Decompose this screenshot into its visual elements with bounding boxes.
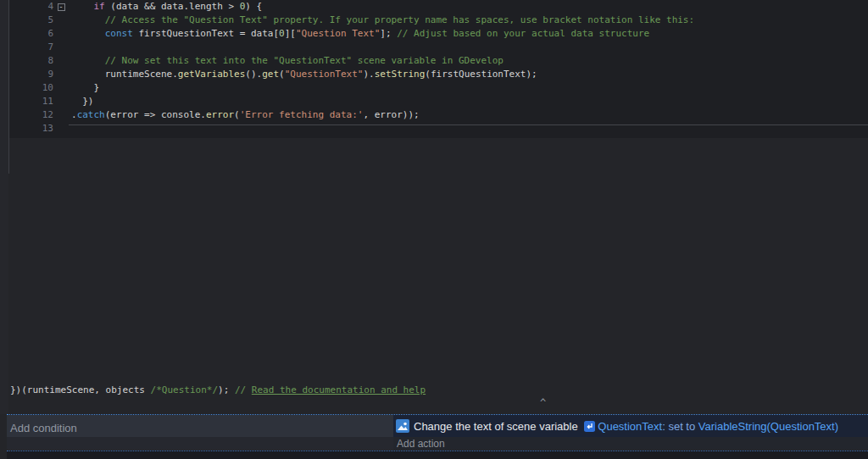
line-number: 8 [9, 54, 53, 68]
code-line-text: }) [69, 95, 94, 108]
code-line[interactable]: 11 }) [9, 95, 868, 108]
event-row: Add condition Change the text of scene v… [7, 414, 868, 459]
code-line[interactable]: 7 [9, 41, 868, 54]
collapse-caret-icon[interactable]: ^ [540, 397, 546, 409]
event-panel-bottom-border [7, 451, 868, 459]
gdevelop-event-sheet: 4- if (data && data.length > 0) {5 // Ac… [0, 0, 868, 459]
action-sentence: Change the text of scene variable [414, 420, 581, 433]
footer-code-end: ); [218, 384, 235, 395]
code-line[interactable]: 10 } [9, 81, 868, 95]
line-number: 7 [9, 41, 53, 54]
code-line[interactable]: 4- if (data && data.length > 0) { [9, 0, 868, 14]
fold-gutter: - [53, 0, 69, 14]
scene-variable-icon [584, 421, 595, 432]
action-value-expression: VariableString(QuestionText) [698, 420, 838, 433]
line-number: 12 [9, 108, 53, 122]
footer-link-prefix: // [235, 384, 252, 395]
footer-code: })(runtimeScene, objects [10, 384, 151, 395]
line-number: 11 [9, 95, 53, 108]
code-line-text: // Now set this text into the "QuestionT… [69, 54, 504, 68]
code-line[interactable]: 8 // Now set this text into the "Questio… [9, 54, 868, 68]
documentation-link[interactable]: Read the documentation and help [252, 384, 426, 395]
code-line[interactable]: 9 runtimeScene.getVariables().get("Quest… [9, 68, 868, 81]
fold-gutter [53, 41, 69, 54]
fold-gutter [53, 27, 69, 41]
fold-gutter [53, 95, 69, 108]
code-line-text: const firstQuestionText = data[0]["Quest… [69, 27, 649, 41]
code-line[interactable]: 6 const firstQuestionText = data[0]["Que… [9, 27, 868, 41]
code-line-text [69, 41, 71, 54]
code-line-text: // Access the "Question Text" property. … [69, 14, 694, 27]
code-line[interactable]: 5 // Access the "Question Text" property… [9, 14, 868, 27]
line-number: 10 [9, 81, 53, 95]
add-condition-label: Add condition [10, 422, 77, 434]
code-line-text: if (data && data.length > 0) { [69, 0, 262, 14]
add-action-label: Add action [397, 438, 445, 450]
code-lines: 4- if (data && data.length > 0) {5 // Ac… [9, 0, 868, 135]
fold-gutter [53, 122, 69, 135]
fold-collapse-icon[interactable]: - [58, 3, 65, 11]
code-line-text: runtimeScene.getVariables().get("Questio… [69, 68, 537, 81]
code-editor[interactable]: 4- if (data && data.length > 0) {5 // Ac… [9, 0, 868, 138]
condition-column-spacer [7, 437, 393, 451]
fold-gutter [53, 68, 69, 81]
line-number: 5 [9, 14, 53, 27]
fold-gutter [53, 54, 69, 68]
editor-left-border [8, 0, 9, 174]
action-connector: : set to [662, 420, 698, 433]
line-number: 13 [9, 122, 53, 135]
footer-comment: /*Question*/ [151, 384, 218, 395]
add-condition-button[interactable]: Add condition [7, 415, 393, 437]
selected-action[interactable]: Change the text of scene variable Questi… [393, 415, 868, 437]
code-line-text: .catch(error => console.error('Error fet… [69, 108, 420, 122]
text-variable-action-icon [396, 419, 409, 433]
line-number: 6 [9, 27, 53, 41]
fold-gutter [53, 81, 69, 95]
event-sheet-gutter [0, 0, 8, 414]
current-line-indicator [69, 124, 868, 125]
code-line[interactable]: 12.catch(error => console.error('Error f… [9, 108, 868, 122]
code-event-footer: })(runtimeScene, objects /*Question*/); … [10, 384, 426, 398]
add-action-button[interactable]: Add action [393, 437, 868, 451]
code-line-text: } [69, 81, 99, 95]
fold-gutter [53, 14, 69, 27]
line-number: 9 [9, 68, 53, 81]
fold-gutter [53, 108, 69, 122]
action-variable-name: QuestionText [598, 420, 662, 433]
line-number: 4 [9, 0, 53, 14]
